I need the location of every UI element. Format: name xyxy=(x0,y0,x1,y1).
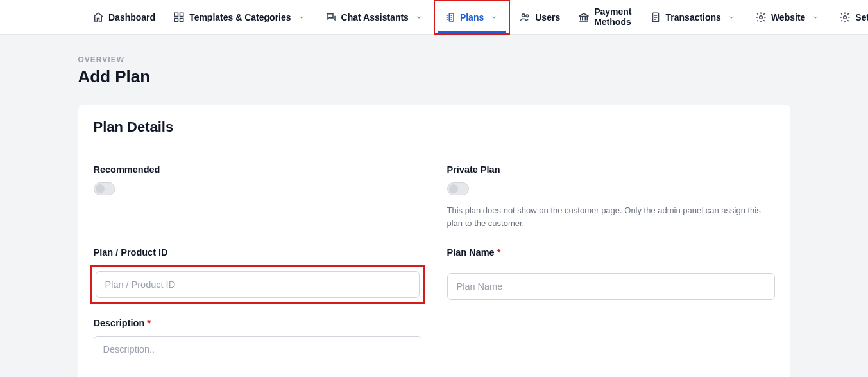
chevron-down-icon xyxy=(413,12,425,23)
receipt-icon xyxy=(650,12,661,23)
nav-payment[interactable]: Payment Methods xyxy=(569,0,640,35)
nav-users-label: Users xyxy=(535,12,560,22)
nav-dashboard[interactable]: Dashboard xyxy=(83,0,164,35)
chevron-down-icon xyxy=(488,12,500,23)
nav-templates-label: Templates & Categories xyxy=(189,12,291,22)
nav-website-label: Website xyxy=(771,12,805,22)
private-plan-hint: This plan does not show on the customer … xyxy=(447,204,775,229)
gear-icon xyxy=(755,12,767,23)
plan-id-highlight xyxy=(90,265,425,304)
grid-icon xyxy=(173,12,185,23)
private-plan-toggle[interactable] xyxy=(447,182,469,195)
chevron-down-icon xyxy=(726,12,737,23)
nav-plans[interactable]: Plans xyxy=(434,0,510,35)
nav-dashboard-label: Dashboard xyxy=(108,12,155,22)
nav-chat-label: Chat Assistants xyxy=(341,12,409,22)
nav-website[interactable]: Website xyxy=(746,0,830,35)
home-icon xyxy=(92,12,104,23)
chat-icon xyxy=(325,12,337,23)
nav-templates[interactable]: Templates & Categories xyxy=(164,0,316,35)
plan-id-label: Plan / Product ID xyxy=(94,247,421,258)
card-title: Plan Details xyxy=(94,119,775,136)
plan-name-input[interactable] xyxy=(447,273,775,300)
plan-details-card: Plan Details Recommended Private Plan Th… xyxy=(78,105,790,377)
private-plan-label: Private Plan xyxy=(447,164,775,175)
gear-icon xyxy=(839,12,851,23)
svg-rect-3 xyxy=(180,18,183,21)
nav-users[interactable]: Users xyxy=(510,0,569,35)
nav-settings-label: Settings xyxy=(855,12,868,22)
svg-rect-2 xyxy=(174,18,178,21)
recommended-label: Recommended xyxy=(94,164,421,175)
svg-rect-0 xyxy=(174,13,178,16)
nav-chat[interactable]: Chat Assistants xyxy=(316,0,434,35)
overview-label: OVERVIEW xyxy=(78,55,790,64)
description-label: Description * xyxy=(94,318,421,328)
chevron-down-icon xyxy=(296,12,307,23)
nav-payment-label-1: Payment xyxy=(594,7,631,17)
svg-point-9 xyxy=(844,15,847,19)
svg-point-6 xyxy=(526,14,529,17)
nav-settings[interactable]: Settings xyxy=(830,0,868,35)
nav-payment-label-2: Methods xyxy=(594,17,631,27)
users-icon xyxy=(519,12,531,23)
nav-transactions[interactable]: Transactions xyxy=(641,0,746,35)
top-nav: Dashboard Templates & Categories Chat As… xyxy=(0,0,868,35)
nav-transactions-label: Transactions xyxy=(666,12,721,22)
description-input[interactable] xyxy=(94,336,421,377)
recommended-toggle[interactable] xyxy=(94,182,115,195)
svg-point-5 xyxy=(522,13,525,17)
svg-point-8 xyxy=(760,15,763,19)
plan-id-input[interactable] xyxy=(96,271,420,298)
plans-icon xyxy=(444,12,455,23)
svg-rect-1 xyxy=(180,13,183,16)
plan-name-label: Plan Name * xyxy=(447,247,775,258)
nav-plans-label: Plans xyxy=(460,12,484,22)
bank-icon xyxy=(578,12,590,23)
page-title: Add Plan xyxy=(78,67,790,87)
chevron-down-icon xyxy=(810,12,821,23)
